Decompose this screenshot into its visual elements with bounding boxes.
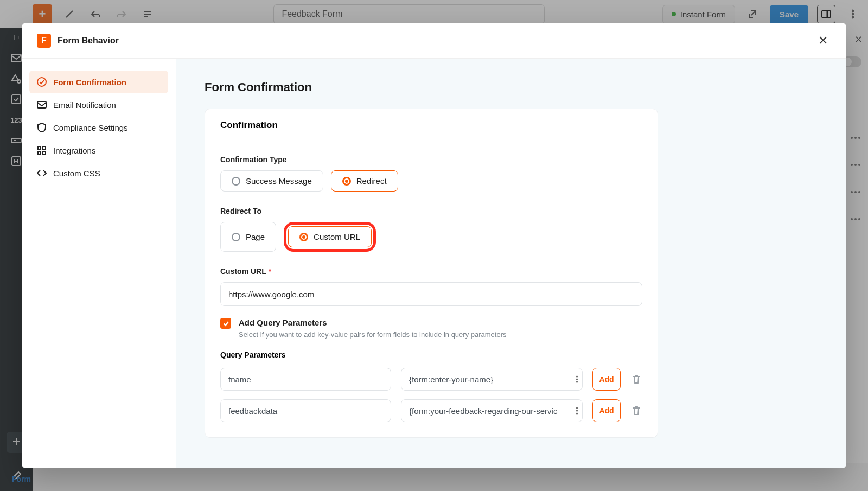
card-title: Confirmation: [205, 109, 658, 142]
svg-rect-13: [38, 151, 41, 154]
modal-close-icon[interactable]: ✕: [815, 33, 831, 49]
radio-redirect[interactable]: Redirect: [331, 170, 398, 192]
confirmation-card: Confirmation Confirmation Type Success M…: [205, 109, 658, 438]
sidebar-item-label: Email Notification: [53, 100, 116, 110]
radio-icon: [342, 177, 351, 186]
sidebar-item-form-confirmation[interactable]: Form Confirmation: [29, 71, 168, 93]
trash-icon[interactable]: [630, 374, 642, 384]
qp-row: feedbackdata {form:your-feedback-regardi…: [220, 399, 642, 422]
radio-label: Page: [246, 232, 265, 241]
modal-content: Form Confirmation Confirmation Confirmat…: [176, 59, 846, 468]
form-behavior-modal: F Form Behavior ✕ Form Confirmation Emai…: [22, 23, 846, 468]
sidebar-item-label: Custom CSS: [53, 169, 100, 178]
sidebar-item-integrations[interactable]: Integrations: [29, 139, 168, 162]
more-vertical-icon[interactable]: [576, 407, 578, 415]
code-icon: [37, 168, 47, 178]
callout-highlight: Custom URL: [284, 222, 376, 252]
qp-key-input[interactable]: fname: [220, 368, 391, 391]
trash-icon[interactable]: [630, 406, 642, 416]
radio-icon: [232, 177, 240, 186]
qp-key-input[interactable]: feedbackdata: [220, 399, 391, 422]
sidebar-item-label: Form Confirmation: [53, 78, 126, 87]
radio-label: Redirect: [356, 176, 387, 186]
radio-icon: [232, 233, 240, 241]
grid-icon: [37, 145, 47, 155]
svg-point-9: [37, 78, 46, 86]
checkbox-icon[interactable]: [220, 318, 231, 329]
more-vertical-icon[interactable]: [576, 376, 578, 383]
qp-heading: Query Parameters: [220, 350, 642, 359]
modal-logo-icon: F: [37, 34, 51, 48]
qp-value-input[interactable]: {form:enter-your-name}: [401, 368, 583, 391]
svg-rect-11: [38, 146, 41, 149]
qp-add-button[interactable]: Add: [592, 399, 621, 422]
modal-title: Form Behavior: [58, 36, 119, 46]
check-circle-icon: [37, 77, 47, 87]
sidebar-item-email-notification[interactable]: Email Notification: [29, 93, 168, 116]
content-heading: Form Confirmation: [205, 80, 658, 94]
redirect-to-label: Redirect To: [220, 207, 642, 215]
radio-label: Custom URL: [314, 232, 360, 241]
radio-success-message[interactable]: Success Message: [220, 170, 323, 192]
add-query-params-row[interactable]: Add Query Parameters Select if you want …: [220, 318, 642, 339]
custom-url-label: Custom URL*: [220, 267, 642, 276]
radio-page[interactable]: Page: [220, 222, 276, 252]
mail-icon: [37, 100, 47, 110]
custom-url-input[interactable]: [220, 282, 642, 306]
qp-value-input[interactable]: {form:your-feedback-regarding-our-servic: [401, 399, 583, 422]
add-qp-subtext: Select if you want to add key-value pair…: [239, 330, 507, 339]
modal-sidebar: Form Confirmation Email Notification Com…: [22, 59, 176, 468]
sidebar-item-label: Compliance Settings: [53, 123, 128, 132]
svg-rect-10: [37, 101, 46, 108]
radio-custom-url[interactable]: Custom URL: [288, 226, 372, 247]
sidebar-item-custom-css[interactable]: Custom CSS: [29, 162, 168, 184]
shield-icon: [37, 123, 47, 132]
add-qp-label: Add Query Parameters: [239, 318, 507, 327]
radio-label: Success Message: [246, 176, 312, 186]
qp-add-button[interactable]: Add: [592, 368, 621, 391]
sidebar-item-label: Integrations: [53, 146, 95, 155]
qp-row: fname {form:enter-your-name} Add: [220, 368, 642, 391]
radio-icon: [299, 233, 308, 241]
modal-header: F Form Behavior ✕: [22, 23, 846, 59]
confirmation-type-label: Confirmation Type: [220, 155, 642, 164]
svg-rect-12: [43, 146, 46, 149]
svg-rect-14: [43, 151, 46, 154]
sidebar-item-compliance-settings[interactable]: Compliance Settings: [29, 116, 168, 139]
